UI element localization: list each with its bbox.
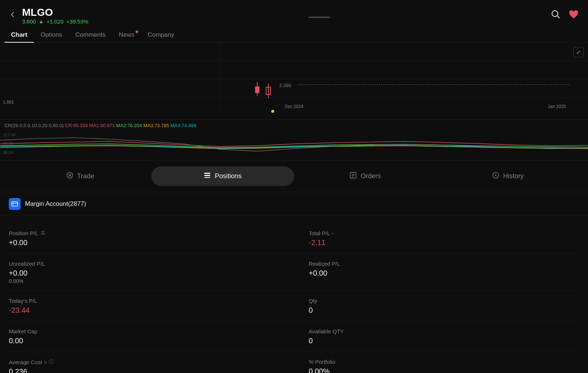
action-tab-positions[interactable]: Positions (151, 166, 294, 186)
svg-point-14 (271, 110, 274, 113)
ticker-price: 3.600 (22, 18, 36, 25)
account-name: Margin Account(2877) (25, 200, 86, 208)
avg-cost-item: Average Cost ∨ ⓘ 0.236 (9, 352, 294, 373)
ticker-sub: 3.600 ▲ +1.020 +39.53% (22, 18, 88, 25)
svg-rect-7 (255, 86, 259, 93)
portfolio-value: 0.00% (309, 367, 579, 373)
news-notification-dot (136, 31, 138, 33)
market-cap-value: 0.00 (9, 337, 279, 345)
portfolio-item: % Portfolio 0.00% (294, 352, 579, 373)
available-qty-value: 0 (309, 337, 579, 345)
avg-cost-dropdown-icon[interactable]: ∨ (44, 359, 47, 365)
unrealized-pl-value: +0.00 (9, 269, 279, 277)
realized-pl-item: Realized P/L +0.00 (294, 254, 579, 291)
heart-icon[interactable] (568, 9, 579, 22)
svg-line-31 (496, 176, 497, 176)
ind-label-mid: 77.70 (3, 141, 15, 146)
tab-options[interactable]: Options (34, 28, 69, 42)
chart-label-left: 1.881 (3, 100, 14, 105)
position-pl-label: Position P/L (9, 230, 279, 236)
scroll-handle (308, 17, 330, 18)
action-tabs: Trade Positions Orders (0, 161, 588, 192)
unrealized-pl-item: Unrealized P/L +0.00 0.00% (9, 254, 294, 291)
svg-rect-22 (204, 173, 210, 174)
realized-pl-label: Realized P/L (309, 261, 579, 267)
svg-rect-34 (41, 233, 45, 234)
svg-rect-32 (12, 202, 18, 206)
available-qty-label: Available QTY (309, 328, 579, 334)
position-pl-value: +0.00 (9, 238, 279, 247)
svg-rect-24 (204, 177, 210, 178)
trade-label: Trade (77, 172, 94, 180)
todays-pl-value: -23.44 (9, 306, 279, 315)
back-button[interactable] (9, 11, 16, 21)
realized-pl-value: +0.00 (309, 269, 579, 277)
market-cap-label: Market Cap (9, 328, 279, 334)
trade-icon (66, 172, 74, 181)
positions-label: Positions (215, 172, 241, 180)
history-icon (492, 172, 499, 181)
chart-expand-button[interactable]: ⤢ (573, 47, 584, 57)
orders-label: Orders (361, 172, 381, 180)
avg-cost-info-icon[interactable]: ⓘ (49, 359, 54, 365)
chart-label-dec: Dec 2024 (284, 104, 303, 109)
indicator-y-labels: 117.10 77.70 38.29 (3, 133, 15, 155)
ticker-arrow: ▲ (39, 19, 44, 24)
nav-tabs: Chart Options Comments News Company (0, 28, 588, 43)
history-label: History (503, 172, 524, 180)
positions-icon (204, 172, 211, 181)
ind-label-bot: 38.29 (3, 150, 15, 155)
available-qty-item: Available QTY 0 (294, 322, 579, 352)
account-section: Margin Account(2877) (0, 192, 588, 216)
svg-text:2.380: 2.380 (279, 83, 291, 88)
tab-company[interactable]: Company (141, 28, 181, 42)
action-tab-orders[interactable]: Orders (294, 166, 437, 186)
svg-point-33 (13, 204, 14, 205)
tab-chart[interactable]: Chart (4, 28, 34, 42)
indicator-chart-svg (0, 131, 588, 160)
header: MLGO 3.600 ▲ +1.020 +39.53% (0, 0, 588, 28)
tab-news[interactable]: News (112, 28, 141, 42)
total-pl-item: Total P/L › -2.11 (294, 223, 579, 254)
chart-area: 2.380 1.881 Dec 2024 Jan 2025 ⤢ (0, 43, 588, 120)
ticker-percent: +39.53% (67, 18, 89, 25)
ind-ma2-value: MA2:76.204 (116, 123, 142, 128)
action-tab-history[interactable]: History (437, 166, 579, 186)
avg-cost-label: Average Cost ∨ ⓘ (9, 359, 279, 365)
orders-icon (349, 172, 357, 181)
header-left: MLGO 3.600 ▲ +1.020 +39.53% (9, 7, 88, 25)
position-pl-export-icon (40, 230, 46, 236)
ticker-info: MLGO 3.600 ▲ +1.020 +39.53% (22, 7, 88, 25)
search-icon[interactable] (551, 9, 561, 22)
ticker-change: +1.020 (46, 18, 63, 25)
indicator-chart: 117.10 77.70 38.29 (0, 131, 588, 161)
qty-value: 0 (309, 306, 579, 315)
ind-cr-value: CR:95.334 (65, 123, 88, 128)
todays-pl-label: Today's P/L (9, 298, 279, 304)
avg-cost-value: 0.236 (9, 367, 279, 373)
market-cap-item: Market Cap 0.00 (9, 322, 294, 352)
position-pl-item: Position P/L +0.00 (9, 223, 294, 254)
positions-grid: Position P/L +0.00 Total P/L › -2.11 Unr… (0, 216, 588, 373)
qty-label: Qty (309, 298, 579, 304)
svg-rect-23 (204, 175, 210, 176)
chart-label-jan: Jan 2025 (548, 104, 566, 109)
unrealized-pl-sub: 0.00% (9, 278, 279, 284)
ind-ma4-value: MA4:74.489 (171, 123, 196, 128)
account-icon (9, 198, 21, 210)
qty-item: Qty 0 (294, 291, 579, 322)
indicators-bar: CR(26.0,5.0,10.0,20.0,60.0) CR:95.334 MA… (0, 120, 588, 131)
ind-ma3-value: MA3:73.785 (143, 123, 169, 128)
total-pl-chevron[interactable]: › (331, 230, 333, 236)
ind-cr-label: CR(26.0,5.0,10.0,20.0,60.0) (4, 123, 64, 128)
header-right (551, 9, 579, 22)
ind-label-top: 117.10 (3, 133, 15, 137)
total-pl-value: -2.11 (309, 238, 579, 247)
ticker-symbol: MLGO (22, 7, 88, 18)
total-pl-label: Total P/L › (309, 230, 579, 236)
action-tab-trade[interactable]: Trade (9, 166, 151, 186)
ind-ma1-value: MA1:90.871 (89, 123, 115, 128)
unrealized-pl-label: Unrealized P/L (9, 261, 279, 267)
portfolio-label: % Portfolio (309, 359, 579, 365)
tab-comments[interactable]: Comments (69, 28, 112, 42)
